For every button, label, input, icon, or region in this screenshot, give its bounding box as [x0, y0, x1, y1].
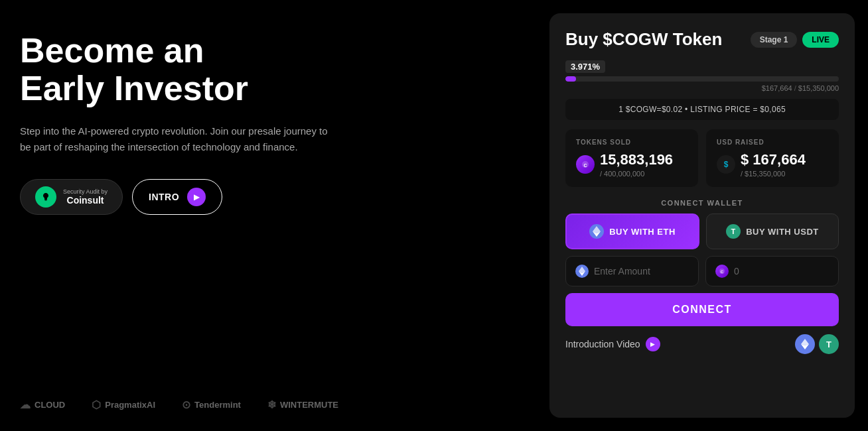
token-amount-input[interactable] — [734, 266, 829, 277]
intro-play-icon: ▶ — [646, 337, 660, 351]
stage-badge: Stage 1 — [751, 32, 798, 48]
usdt-icon: T — [726, 224, 741, 239]
intro-label: INTRO — [149, 192, 179, 202]
progress-percent: 3.971% — [565, 60, 605, 73]
intro-button[interactable]: INTRO ▶ — [132, 179, 222, 215]
eth-icon — [589, 224, 604, 239]
connect-button[interactable]: CONNECT — [565, 293, 839, 326]
progress-section: 3.971% $167,664 / $15,350,000 — [565, 60, 839, 92]
buy-eth-label: BUY WITH ETH — [609, 227, 676, 237]
buy-with-usdt-button[interactable]: T BUY WITH USDT — [706, 214, 839, 249]
usd-raised-value: $ 167,664 — [741, 151, 806, 168]
coinsult-audit-button[interactable]: Security Audit by Coinsult — [20, 179, 123, 215]
usd-raised-label: USD RAISED — [717, 139, 828, 146]
partner-tendermint: ⊙ Tendermint — [182, 399, 241, 411]
token-amount-icon: C — [715, 265, 729, 278]
buy-buttons: BUY WITH ETH T BUY WITH USDT — [565, 214, 839, 249]
connect-wallet-label: CONNECT WALLET — [565, 199, 839, 207]
tokens-sold-value: 15,883,196 — [600, 151, 673, 168]
live-badge: LIVE — [802, 32, 839, 48]
usd-icon: $ — [717, 155, 735, 174]
buy-title: Buy $COGW Token — [565, 29, 722, 50]
stats-row: TOKENS SOLD C 15,883,196 / 400,000,000 U… — [565, 129, 839, 187]
badge-row: Stage 1 LIVE — [751, 32, 839, 48]
svg-marker-10 — [801, 339, 809, 345]
svg-text:C: C — [721, 270, 724, 274]
partners-bar: ☁ CLOUD ⬡ PragmatixAI ⊙ Tendermint ❄ WIN… — [20, 399, 523, 411]
token-amount-input-wrap: C — [705, 256, 839, 286]
tokens-sold-card: TOKENS SOLD C 15,883,196 / 400,000,000 — [565, 129, 698, 187]
buy-card: Buy $COGW Token Stage 1 LIVE 3.971% $167… — [549, 13, 855, 418]
coinsult-text: Security Audit by Coinsult — [63, 188, 108, 206]
usd-raised-card: USD RAISED $ $ 167,664 / $15,350,000 — [706, 129, 839, 187]
svg-text:C: C — [583, 163, 587, 168]
partner-cloud: ☁ CLOUD — [20, 399, 65, 411]
coinsult-icon — [35, 186, 56, 208]
intro-video-label: Introduction Video — [565, 339, 640, 349]
buy-with-eth-button[interactable]: BUY WITH ETH — [565, 214, 699, 249]
svg-rect-1 — [45, 200, 47, 201]
progress-amounts: $167,664 / $15,350,000 — [565, 84, 839, 92]
usdt-badge-icon: T — [819, 334, 839, 354]
partner-wintermute: ❄ WINTERMUTE — [267, 399, 338, 411]
hero-subtitle: Step into the AI-powered crypto revoluti… — [20, 123, 338, 155]
buy-card-header: Buy $COGW Token Stage 1 LIVE — [565, 29, 839, 50]
eth-amount-input-wrap — [565, 256, 699, 286]
play-icon: ▶ — [187, 188, 206, 206]
price-info-bar: 1 $COGW=$0.02 • LISTING PRICE = $0,065 — [565, 99, 839, 120]
eth-badge-icon — [795, 334, 815, 354]
tokens-sold-label: TOKENS SOLD — [576, 139, 687, 146]
card-footer: Introduction Video ▶ T — [565, 334, 839, 354]
left-panel: Become an Early Investor Step into the A… — [0, 0, 549, 431]
eth-amount-input[interactable] — [594, 266, 689, 277]
usd-raised-max: / $15,350,000 — [741, 170, 806, 178]
amount-inputs: C — [565, 256, 839, 286]
progress-bar-background — [565, 76, 839, 82]
buy-usdt-label: BUY WITH USDT — [746, 227, 819, 237]
svg-rect-0 — [44, 199, 47, 200]
eth-amount-icon — [575, 265, 589, 278]
tokens-sold-max: / 400,000,000 — [600, 170, 673, 178]
cta-buttons: Security Audit by Coinsult INTRO ▶ — [20, 179, 523, 215]
hero-title: Become an Early Investor — [20, 32, 523, 107]
intro-video-link[interactable]: Introduction Video ▶ — [565, 337, 660, 351]
cogw-icon: C — [576, 155, 595, 174]
progress-bar-fill — [565, 76, 576, 82]
crypto-icons: T — [795, 334, 839, 354]
partner-pragmatixai: ⬡ PragmatixAI — [92, 399, 155, 411]
